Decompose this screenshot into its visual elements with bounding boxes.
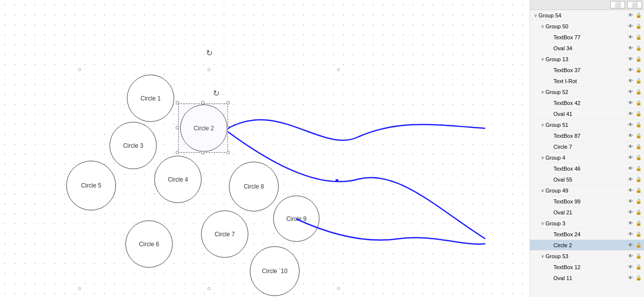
circle-10[interactable]: Circle `10 bbox=[250, 246, 300, 296]
layer-row-textbox24[interactable]: TextBox 24👁🔒 bbox=[530, 229, 644, 240]
lock-icon[interactable]: 🔒 bbox=[635, 78, 642, 85]
visibility-icon[interactable]: 👁 bbox=[627, 23, 634, 30]
handle-bl[interactable] bbox=[176, 151, 179, 154]
handle-tm[interactable] bbox=[201, 101, 205, 104]
rotate-icon-1[interactable]: ↻ bbox=[206, 48, 213, 58]
canvas-area[interactable]: ↻ ↻ Circle 1 Circle 2 Circle 3 Circle 4 … bbox=[0, 0, 530, 297]
circle-6[interactable]: Circle 6 bbox=[125, 220, 173, 268]
layer-row-textIRot[interactable]: Text I-Rot👁🔒 bbox=[530, 76, 644, 87]
layer-row-circle2[interactable]: Circle 2👁🔒 bbox=[530, 240, 644, 251]
rotate-icon-2[interactable]: ↻ bbox=[213, 89, 219, 98]
handle-tr[interactable] bbox=[226, 101, 230, 104]
layer-row-group53[interactable]: ∨Group 53👁🔒 bbox=[530, 251, 644, 262]
visibility-icon[interactable]: 👁 bbox=[627, 231, 634, 238]
lock-icon[interactable]: 🔒 bbox=[635, 154, 642, 161]
circle-7[interactable]: Circle 7 bbox=[201, 210, 248, 258]
visibility-icon[interactable]: 👁 bbox=[627, 121, 634, 128]
layer-row-oval34[interactable]: Oval 34👁🔒 bbox=[530, 43, 644, 54]
lock-icon[interactable]: 🔒 bbox=[635, 165, 642, 172]
layer-row-oval11[interactable]: Oval 11👁🔒 bbox=[530, 273, 644, 284]
visibility-icon[interactable]: 👁 bbox=[627, 45, 634, 52]
circle-3[interactable]: Circle 3 bbox=[109, 122, 157, 169]
layer-row-oval41[interactable]: Oval 41👁🔒 bbox=[530, 108, 644, 119]
lock-icon[interactable]: 🔒 bbox=[635, 34, 642, 41]
layer-row-circle7[interactable]: Circle 7👁🔒 bbox=[530, 141, 644, 152]
panel-btn-2[interactable]: ⬜ bbox=[627, 1, 642, 8]
layer-row-group49[interactable]: ∨Group 49👁🔒 bbox=[530, 185, 644, 196]
lock-icon[interactable]: 🔒 bbox=[635, 242, 642, 249]
layer-row-textbox46[interactable]: TextBox 46👁🔒 bbox=[530, 163, 644, 174]
lock-icon[interactable]: 🔒 bbox=[635, 99, 642, 106]
visibility-icon[interactable]: 👁 bbox=[627, 187, 634, 194]
lock-icon[interactable]: 🔒 bbox=[635, 264, 642, 271]
lock-icon[interactable]: 🔒 bbox=[635, 143, 642, 150]
lock-icon[interactable]: 🔒 bbox=[635, 209, 642, 216]
visibility-icon[interactable]: 👁 bbox=[627, 143, 634, 150]
layer-row-oval21[interactable]: Oval 21👁🔒 bbox=[530, 207, 644, 218]
layer-row-oval55[interactable]: Oval 55👁🔒 bbox=[530, 174, 644, 185]
layer-row-textbox12[interactable]: TextBox 12👁🔒 bbox=[530, 262, 644, 273]
lock-icon[interactable]: 🔒 bbox=[635, 220, 642, 227]
layer-row-group51[interactable]: ∨Group 51👁🔒 bbox=[530, 119, 644, 130]
visibility-icon[interactable]: 👁 bbox=[627, 264, 634, 271]
lock-icon[interactable]: 🔒 bbox=[635, 132, 642, 139]
layer-list[interactable]: ∨Group 54👁🔒∨Group 50👁🔒TextBox 77👁🔒Oval 3… bbox=[530, 10, 644, 297]
layer-row-group50[interactable]: ∨Group 50👁🔒 bbox=[530, 21, 644, 32]
visibility-icon[interactable]: 👁 bbox=[627, 67, 634, 74]
visibility-icon[interactable]: 👁 bbox=[627, 220, 634, 227]
circle-5[interactable]: Circle 5 bbox=[66, 161, 116, 210]
visibility-icon[interactable]: 👁 bbox=[627, 78, 634, 85]
lock-icon[interactable]: 🔒 bbox=[635, 275, 642, 282]
layer-label: TextBox 46 bbox=[553, 166, 625, 172]
visibility-icon[interactable]: 👁 bbox=[627, 176, 634, 183]
layer-row-group52[interactable]: ∨Group 52👁🔒 bbox=[530, 87, 644, 98]
handle-mr[interactable] bbox=[226, 126, 230, 129]
lock-icon[interactable]: 🔒 bbox=[635, 23, 642, 30]
handle-br[interactable] bbox=[226, 151, 230, 154]
layer-row-group4[interactable]: ∨Group 4👁🔒 bbox=[530, 152, 644, 163]
lock-icon[interactable]: 🔒 bbox=[635, 121, 642, 128]
handle-ml[interactable] bbox=[176, 126, 179, 129]
lock-icon[interactable]: 🔒 bbox=[635, 253, 642, 260]
layer-row-textbox42[interactable]: TextBox 42👁🔒 bbox=[530, 98, 644, 108]
visibility-icon[interactable]: 👁 bbox=[627, 132, 634, 139]
visibility-icon[interactable]: 👁 bbox=[627, 242, 634, 249]
circle-1[interactable]: Circle 1 bbox=[127, 75, 174, 122]
lock-icon[interactable]: 🔒 bbox=[635, 56, 642, 63]
lock-icon[interactable]: 🔒 bbox=[635, 110, 642, 117]
layer-label: TextBox 12 bbox=[553, 264, 625, 270]
layer-row-textbox77[interactable]: TextBox 77👁🔒 bbox=[530, 32, 644, 43]
visibility-icon[interactable]: 👁 bbox=[627, 198, 634, 205]
circle-4[interactable]: Circle 4 bbox=[154, 156, 202, 203]
panel-btn-1[interactable]: ⬜ bbox=[610, 1, 625, 8]
visibility-icon[interactable]: 👁 bbox=[627, 12, 634, 19]
layer-row-group13[interactable]: ∨Group 13👁🔒 bbox=[530, 54, 644, 65]
lock-icon[interactable]: 🔒 bbox=[635, 12, 642, 19]
layer-row-textbox37[interactable]: TextBox 37👁🔒 bbox=[530, 65, 644, 76]
layer-row-group54[interactable]: ∨Group 54👁🔒 bbox=[530, 10, 644, 21]
visibility-icon[interactable]: 👁 bbox=[627, 275, 634, 282]
circle-8[interactable]: Circle 8 bbox=[229, 162, 279, 211]
lock-icon[interactable]: 🔒 bbox=[635, 67, 642, 74]
visibility-icon[interactable]: 👁 bbox=[627, 89, 634, 96]
circle-9[interactable]: Circle 9 bbox=[273, 196, 320, 242]
visibility-icon[interactable]: 👁 bbox=[627, 154, 634, 161]
handle-tl[interactable] bbox=[176, 101, 179, 104]
visibility-icon[interactable]: 👁 bbox=[627, 253, 634, 260]
visibility-icon[interactable]: 👁 bbox=[627, 56, 634, 63]
visibility-icon[interactable]: 👁 bbox=[627, 99, 634, 106]
lock-icon[interactable]: 🔒 bbox=[635, 231, 642, 238]
layer-row-group3[interactable]: ∨Group 3👁🔒 bbox=[530, 218, 644, 229]
layer-row-textbox87[interactable]: TextBox 87👁🔒 bbox=[530, 130, 644, 141]
visibility-icon[interactable]: 👁 bbox=[627, 110, 634, 117]
lock-icon[interactable]: 🔒 bbox=[635, 187, 642, 194]
lock-icon[interactable]: 🔒 bbox=[635, 45, 642, 52]
visibility-icon[interactable]: 👁 bbox=[627, 34, 634, 41]
lock-icon[interactable]: 🔒 bbox=[635, 89, 642, 96]
lock-icon[interactable]: 🔒 bbox=[635, 176, 642, 183]
visibility-icon[interactable]: 👁 bbox=[627, 165, 634, 172]
layer-row-textbox99[interactable]: TextBox 99👁🔒 bbox=[530, 196, 644, 207]
handle-bm[interactable] bbox=[201, 151, 205, 154]
lock-icon[interactable]: 🔒 bbox=[635, 198, 642, 205]
visibility-icon[interactable]: 👁 bbox=[627, 209, 634, 216]
